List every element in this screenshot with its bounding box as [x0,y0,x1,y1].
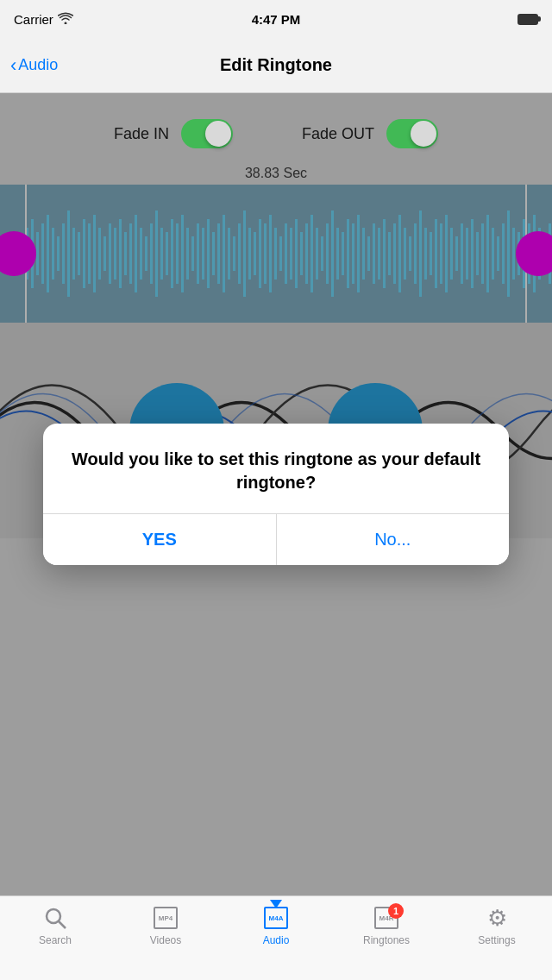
tab-search-label: Search [39,934,72,946]
settings-tab-icon: ⚙ [484,905,510,931]
dialog-no-button[interactable]: No... [277,514,510,565]
battery-icon [518,14,538,25]
tab-ringtones-label: Ringtones [363,934,410,946]
tab-audio[interactable]: M4A Audio [221,905,331,946]
dialog-overlay: Would you like to set this ringtone as y… [0,93,552,895]
svg-marker-106 [270,900,282,908]
m4a-box: M4A [264,907,288,929]
tab-videos[interactable]: MP4 Videos [110,905,221,946]
page-title: Edit Ringtone [220,55,332,75]
gear-icon: ⚙ [487,905,507,932]
search-tab-icon [42,905,68,931]
ringtones-tab-icon: M4R 1 [373,905,399,931]
tab-bar: Search MP4 Videos M4A Audio [0,895,552,980]
videos-tab-icon: MP4 [153,905,179,931]
dialog-message: Would you like to set this ringtone as y… [69,448,483,494]
main-content: Fade IN Fade OUT 38.83 Sec [0,93,552,895]
tab-settings-label: Settings [478,934,515,946]
dialog-buttons: YES No... [43,513,509,565]
back-label: Audio [18,56,58,74]
status-time: 4:47 PM [252,12,301,27]
ringtones-badge: 1 [388,903,404,919]
tab-videos-label: Videos [150,934,181,946]
carrier: Carrier [14,12,73,27]
carrier-text: Carrier [14,12,53,27]
dialog: Would you like to set this ringtone as y… [43,424,509,565]
tab-ringtones[interactable]: M4R 1 Ringtones [331,905,442,946]
tab-search[interactable]: Search [0,905,110,946]
battery [518,14,538,25]
tab-audio-label: Audio [263,934,290,946]
svg-line-105 [59,921,66,928]
wifi-icon [58,12,73,27]
dialog-body: Would you like to set this ringtone as y… [43,424,509,513]
back-button[interactable]: ‹ Audio [10,54,58,77]
back-chevron-icon: ‹ [10,54,16,77]
audio-tab-icon: M4A [263,905,289,931]
dialog-yes-button[interactable]: YES [43,514,277,565]
m4r-box: M4R 1 [374,907,398,929]
svg-point-104 [47,909,60,923]
status-bar: Carrier 4:47 PM [0,0,552,38]
mp4-box: MP4 [154,907,178,929]
tab-settings[interactable]: ⚙ Settings [442,905,552,946]
nav-bar: ‹ Audio Edit Ringtone [0,38,552,93]
